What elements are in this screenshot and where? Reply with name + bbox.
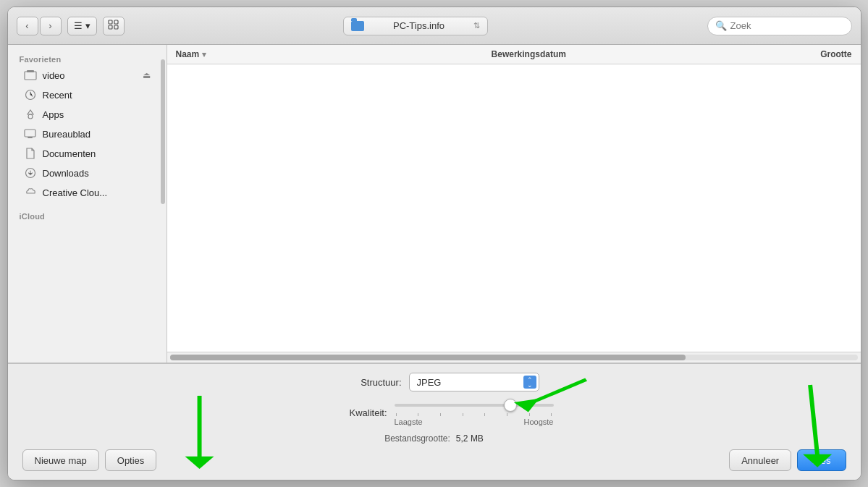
sidebar-section-label: Favorieten	[8, 51, 167, 65]
eject-icon[interactable]: ⏏	[143, 70, 151, 80]
video-icon	[24, 69, 37, 82]
downloads-icon	[24, 166, 37, 179]
column-headers: Naam ▾ Bewerkingsdatum Grootte	[167, 45, 861, 64]
sidebar-item-creative-cloud[interactable]: Creative Clou...	[12, 183, 162, 202]
filesize-row: Bestandsgrootte: 5,2 MB	[384, 433, 484, 444]
sidebar-item-documenten[interactable]: Documenten	[12, 144, 162, 163]
quality-max-label: Hoogste	[524, 418, 554, 426]
scrollbar-track	[170, 355, 858, 360]
view-icon	[108, 20, 119, 32]
sidebar-item-downloads[interactable]: Downloads	[12, 164, 162, 182]
svg-rect-2	[114, 20, 118, 24]
btn-group-left: Nieuwe map Opties	[22, 449, 157, 471]
menu-button[interactable]: ☰ ▾	[67, 17, 97, 35]
location-pill[interactable]: PC-Tips.info ⇅	[343, 17, 488, 35]
bottom-panel-wrapper: Structuur: JPEG PNG TIFF PDF Kwaliteit:	[8, 363, 861, 480]
bottom-buttons: Nieuwe map Opties Annuleer Kies	[22, 449, 846, 471]
filesize-value: 5,2 MB	[456, 433, 484, 444]
sidebar-item-label: Creative Clou...	[43, 187, 108, 198]
slider-labels: Laagste Hoogste	[395, 418, 554, 426]
tick-6	[507, 413, 507, 416]
filesize-label: Bestandsgrootte:	[384, 433, 450, 444]
svg-rect-0	[109, 20, 112, 24]
documenten-icon	[24, 147, 37, 160]
sort-icon: ▾	[202, 50, 206, 59]
sidebar-item-apps[interactable]: Apps	[12, 105, 162, 124]
sidebar-item-video[interactable]: video ⏏	[12, 66, 162, 85]
quality-label: Kwaliteit:	[315, 407, 387, 418]
tick-2	[418, 413, 418, 416]
svg-rect-5	[27, 70, 34, 72]
menu-icon: ☰	[74, 20, 83, 31]
tick-7	[529, 413, 530, 416]
sidebar-item-label: Recent	[43, 90, 72, 101]
tick-5	[484, 413, 485, 416]
bottom-panel: Structuur: JPEG PNG TIFF PDF Kwaliteit:	[8, 363, 861, 480]
tick-4	[463, 413, 463, 416]
svg-rect-3	[114, 25, 118, 29]
location-text: PC-Tips.info	[368, 20, 469, 31]
tick-3	[440, 413, 441, 416]
sidebar-item-label: Apps	[43, 109, 64, 120]
file-area: Naam ▾ Bewerkingsdatum Grootte	[167, 45, 861, 363]
btn-group-right: Annuleer Kies	[729, 449, 846, 471]
scrollbar-thumb	[170, 355, 686, 360]
column-header-name[interactable]: Naam ▾	[167, 48, 483, 61]
sidebar-item-label: video	[43, 70, 65, 81]
sidebar: Favorieten video ⏏ Recent	[8, 45, 167, 363]
format-select[interactable]: JPEG PNG TIFF PDF	[409, 373, 539, 391]
file-list-content	[167, 64, 861, 352]
sidebar-item-bureaublad[interactable]: Bureaublad	[12, 124, 162, 143]
format-row: Structuur: JPEG PNG TIFF PDF	[329, 373, 539, 391]
sidebar-icloud-label: iCloud	[8, 208, 167, 222]
format-select-container: JPEG PNG TIFF PDF	[409, 373, 539, 391]
tick-8	[551, 413, 552, 416]
bureaublad-icon	[24, 127, 37, 140]
new-folder-button[interactable]: Nieuwe map	[22, 449, 99, 471]
search-box[interactable]: 🔍	[707, 17, 852, 35]
tick-1	[396, 413, 397, 416]
apps-icon	[24, 108, 37, 121]
horizontal-scrollbar[interactable]	[167, 352, 861, 363]
svg-rect-1	[109, 25, 112, 29]
sidebar-scrollbar[interactable]	[161, 59, 165, 204]
view-button[interactable]	[103, 17, 125, 35]
column-header-size[interactable]: Grootte	[724, 48, 861, 61]
nav-group: ‹ ›	[17, 17, 62, 35]
choose-button[interactable]: Kies	[797, 449, 846, 471]
forward-button[interactable]: ›	[40, 17, 62, 35]
creative-cloud-icon	[24, 186, 37, 199]
quality-min-label: Laagste	[395, 418, 423, 426]
slider-track	[395, 399, 554, 412]
search-input[interactable]	[730, 20, 844, 31]
recent-icon	[24, 88, 37, 101]
quality-row: Kwaliteit:	[315, 399, 554, 426]
options-button[interactable]: Opties	[105, 449, 157, 471]
quality-slider[interactable]	[395, 404, 554, 407]
menu-arrow-icon: ▾	[85, 20, 90, 31]
format-section: Structuur: JPEG PNG TIFF PDF Kwaliteit:	[22, 373, 846, 444]
cancel-button[interactable]: Annuleer	[729, 449, 791, 471]
slider-ticks	[395, 413, 554, 416]
folder-icon	[351, 21, 364, 31]
sidebar-item-label: Documenten	[43, 148, 96, 159]
back-button[interactable]: ‹	[17, 17, 38, 35]
column-header-date[interactable]: Bewerkingsdatum	[483, 48, 724, 61]
search-icon: 🔍	[715, 20, 727, 31]
format-label: Structuur:	[329, 377, 402, 388]
svg-rect-4	[25, 72, 36, 80]
svg-rect-8	[25, 130, 35, 137]
location-bar: PC-Tips.info ⇅	[130, 17, 701, 35]
main-area: Favorieten video ⏏ Recent	[8, 45, 861, 363]
finder-window: ‹ › ☰ ▾ PC-Tips.info ⇅	[7, 7, 861, 480]
svg-rect-9	[28, 137, 33, 138]
sidebar-item-label: Downloads	[43, 168, 89, 179]
chevron-updown-icon: ⇅	[473, 21, 480, 30]
sidebar-item-recent[interactable]: Recent	[12, 85, 162, 104]
slider-wrapper: Laagste Hoogste	[395, 399, 554, 426]
toolbar: ‹ › ☰ ▾ PC-Tips.info ⇅	[8, 7, 861, 45]
sidebar-item-label: Bureaublad	[43, 129, 91, 140]
svg-point-7	[28, 114, 33, 119]
